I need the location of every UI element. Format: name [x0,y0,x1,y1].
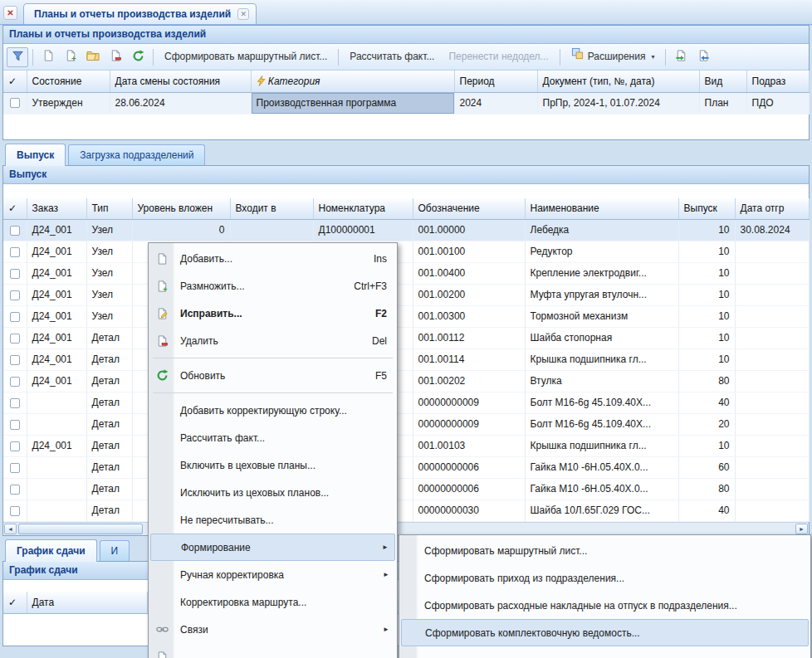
output-row-13[interactable]: Детал00000000030Шайба 10Л.65Г.029 ГОС...… [3,500,809,522]
row-checkbox[interactable] [10,247,20,257]
tab-close-icon[interactable]: ✕ [237,8,249,20]
column-type[interactable]: Тип [86,198,132,220]
row-checkbox[interactable] [10,98,20,108]
row-checkbox[interactable] [10,269,20,279]
cell-name: Муфта упругая втулочн... [525,285,678,306]
context-menu-item-5[interactable]: ОбновитьF5 [150,362,395,389]
scroll-left-button[interactable]: ◄ [4,524,17,534]
refresh-button[interactable] [127,47,149,67]
context-menu-item-14[interactable]: Корректировка маршрута... [150,588,395,616]
column-state[interactable]: Состояние [27,71,110,92]
output-grid-header-row: ✓ Заказ Тип Уровень вложен Входит в Номе… [3,198,809,220]
column-ship-date[interactable]: Дата отгр [735,198,809,220]
output-row-6[interactable]: Д24_001Детал001.00114Крышка подшипника г… [3,349,809,371]
row-checkbox[interactable] [10,420,20,430]
row-checkbox[interactable] [10,485,20,495]
column-qty[interactable]: Выпуск [678,198,735,220]
row-checkbox[interactable] [10,506,20,516]
horizontal-scrollbar[interactable]: ◄ ► [3,522,809,535]
cell-subdivision: ПДО [746,92,809,114]
row-checkbox[interactable] [10,441,20,451]
row-checkbox[interactable] [10,377,20,387]
scroll-right-button[interactable]: ► [795,524,808,534]
scroll-thumb[interactable] [18,524,143,534]
column-parent[interactable]: Входит в [230,198,313,220]
add-button[interactable] [37,47,59,67]
format-submenu-item-3[interactable]: Сформировать комплектовочную ведомость..… [401,619,809,646]
extensions-button[interactable]: Расширения ▾ [565,47,662,67]
select-all-header[interactable]: ✓ [3,198,27,220]
menu-shortcut: Del [372,335,395,347]
filter-button[interactable] [7,47,28,67]
format-submenu-item-1[interactable]: Сформировать приход из подразделения... [401,564,809,592]
column-designation[interactable]: Обозначение [413,198,525,220]
output-row-10[interactable]: Д24_001Детал001.00103Крышка подшипника г… [3,436,809,457]
output-row-9[interactable]: Детал00000000009Болт М16-6g 45.109.40Х..… [3,414,809,436]
context-menu-item-8[interactable]: Рассчитать факт... [150,424,395,451]
export-button[interactable] [670,47,692,67]
output-row-8[interactable]: Детал00000000009Болт М16-6g 45.109.40Х..… [3,392,809,414]
cell-ship-date [735,414,809,436]
row-checkbox[interactable] [10,398,20,408]
column-period[interactable]: Период [454,71,537,92]
row-checkbox[interactable] [10,463,20,473]
context-menu-item-2[interactable]: Исправить...F2 [150,300,395,327]
output-row-11[interactable]: Детал00000000006Гайка М10 -6Н.05.40Х.0..… [3,457,809,479]
tab-schedule[interactable]: График сдачи [5,539,97,562]
tab-other[interactable]: И [100,540,130,561]
format-submenu-item-4[interactable] [401,646,809,658]
output-row-5[interactable]: Д24_001Детал001.00112Шайба стопорная10 [3,328,809,349]
context-menu-item-1[interactable]: +Размножить...Ctrl+F3 [150,272,395,300]
tab-load-subdivisions[interactable]: Загрузка подразделений [68,144,205,165]
select-all-header[interactable]: ✓ [3,592,27,613]
row-checkbox[interactable] [10,355,20,365]
tab-plans-reports[interactable]: Планы и отчеты производства изделий ✕ [23,3,257,25]
import-button[interactable] [692,47,714,67]
context-menu-item-10[interactable]: Исключить из цеховых планов... [150,479,395,506]
column-state-date[interactable]: Дата смены состояния [110,71,251,92]
context-menu-item-0[interactable]: Добавить...Ins [150,245,395,272]
duplicate-button[interactable]: + [60,47,81,67]
open-button[interactable] [82,47,104,67]
context-menu-item-9[interactable]: Включить в цеховые планы... [150,451,395,479]
plans-grid-row[interactable]: Утвержден 28.06.2024 Производственная пр… [3,92,809,114]
context-menu-item-12[interactable]: Формирование► [150,534,395,561]
output-row-12[interactable]: Детал00000000006Гайка М10 -6Н.05.40Х.0..… [3,479,809,500]
column-document[interactable]: Документ (тип, №, дата) [537,71,699,92]
output-row-0[interactable]: Д24_001Узел0Д100000001001.00000Лебедка10… [3,220,809,241]
output-row-3[interactable]: Д24_001Узел001.00200Муфта упругая втулоч… [3,285,809,306]
context-menu-item-13[interactable]: Ручная корректировка► [150,561,395,588]
row-checkbox[interactable] [10,334,20,344]
row-checkbox[interactable] [10,312,20,322]
calc-fact-button[interactable]: Рассчитать факт... [343,47,441,67]
output-row-7[interactable]: Д24_001Детал001.00202Втулка80 [3,371,809,392]
output-row-1[interactable]: Д24_001Узел001.00100Редуктор10 [3,241,809,263]
tab-output[interactable]: Выпуск [5,144,66,166]
column-view[interactable]: Вид [699,71,746,92]
delete-button[interactable] [105,47,126,67]
route-list-button[interactable]: Сформировать маршрутный лист... [158,47,334,67]
row-checkbox[interactable] [10,290,20,300]
column-order[interactable]: Заказ [27,198,86,220]
column-category[interactable]: Категория [251,71,454,92]
plans-toolbar: + Сформировать маршрутный лист... Рассчи… [3,44,809,71]
cell-designation: 001.00103 [413,436,525,457]
column-date[interactable]: Дата [27,592,147,613]
select-all-header[interactable]: ✓ [3,71,27,92]
context-menu-item-3[interactable]: УдалитьDel [150,327,395,354]
output-row-2[interactable]: Д24_001Узел001.00400Крепление электродви… [3,263,809,285]
output-row-4[interactable]: Д24_001Узел001.00300Тормозной механизм10 [3,306,809,328]
filter-icon [12,50,24,65]
format-submenu-item-0[interactable]: Сформировать маршрутный лист... [401,537,809,564]
column-subdivision[interactable]: Подраз [746,71,809,92]
row-checkbox[interactable] [10,226,20,236]
format-submenu-item-2[interactable]: Сформировать расходные накладные на отпу… [401,592,809,619]
context-menu-item-16[interactable] [150,643,395,658]
context-menu-item-7[interactable]: Добавить корректирующую строку... [150,397,395,424]
close-tab-button[interactable]: ✕ [3,6,17,20]
column-nomenclature[interactable]: Номенклатура [313,198,413,220]
context-menu-item-11[interactable]: Не пересчитывать... [150,506,395,534]
column-name[interactable]: Наименование [525,198,678,220]
context-menu-item-15[interactable]: Связи► [150,616,395,643]
column-level[interactable]: Уровень вложен [132,198,230,220]
